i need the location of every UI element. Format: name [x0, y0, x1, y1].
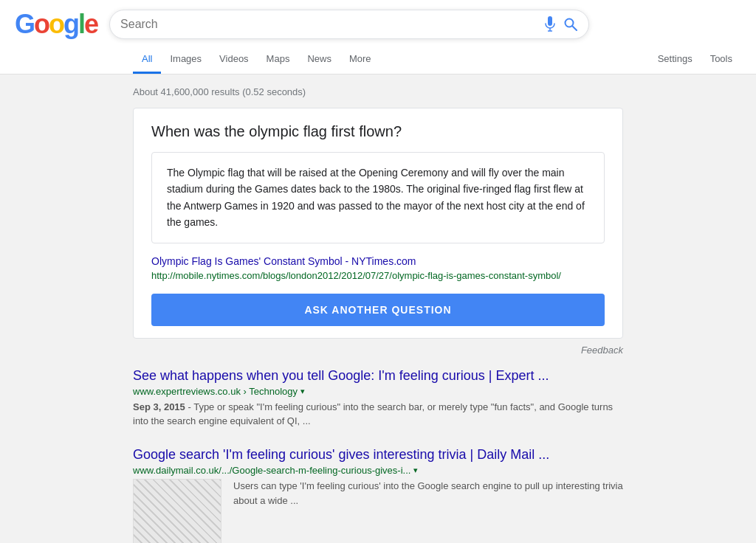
tab-all[interactable]: All: [133, 46, 161, 74]
ask-another-button[interactable]: ASK ANOTHER QUESTION: [151, 294, 605, 326]
result-title[interactable]: See what happens when you tell Google: I…: [133, 367, 623, 384]
svg-rect-0: [548, 16, 552, 26]
result-item: Google search 'I'm feeling curious' give…: [133, 446, 623, 543]
feedback-link[interactable]: Feedback: [133, 345, 623, 356]
search-submit-icon[interactable]: [563, 17, 578, 32]
result-thumbnail: [133, 479, 221, 543]
result-snippet: Sep 3, 2015 - Type or speak "I'm feeling…: [133, 400, 623, 429]
featured-answer-box: The Olympic flag that will be raised at …: [151, 152, 605, 243]
featured-source-link[interactable]: Olympic Flag Is Games' Constant Symbol -…: [151, 255, 605, 267]
result-snippet: Users can type 'I'm feeling curious' int…: [233, 479, 623, 508]
tab-images[interactable]: Images: [161, 46, 210, 74]
featured-source-url[interactable]: http://mobile.nytimes.com/blogs/london20…: [151, 270, 561, 281]
dropdown-arrow-icon[interactable]: ▾: [300, 387, 305, 396]
svg-line-4: [572, 26, 577, 30]
search-input[interactable]: i'm feeling curious: [120, 18, 544, 31]
microphone-icon[interactable]: [544, 16, 556, 32]
nav-tabs: All Images Videos Maps News More Setting…: [133, 46, 741, 74]
result-with-image: Users can type 'I'm feeling curious' int…: [133, 479, 623, 543]
tab-news[interactable]: News: [298, 46, 340, 74]
tab-tools[interactable]: Tools: [701, 46, 741, 74]
result-url-row: www.dailymail.co.uk/.../Google-search-m-…: [133, 465, 623, 476]
google-logo: Google: [15, 9, 97, 40]
header: Google i'm feeling curious: [0, 0, 756, 75]
nav-right: Settings Tools: [649, 46, 741, 74]
featured-snippet: When was the olympic flag first flown? T…: [133, 108, 623, 339]
dropdown-arrow-icon[interactable]: ▾: [413, 466, 418, 475]
search-icons: [544, 16, 578, 32]
snippet-date: Sep 3, 2015: [133, 401, 185, 412]
featured-answer-text: The Olympic flag that will be raised at …: [167, 165, 589, 231]
search-bar: i'm feeling curious: [109, 10, 589, 39]
result-text-col: Users can type 'I'm feeling curious' int…: [233, 479, 623, 543]
result-item: See what happens when you tell Google: I…: [133, 367, 623, 429]
snippet-text: - Type or speak "I'm feeling curious" in…: [133, 401, 613, 427]
result-title[interactable]: Google search 'I'm feeling curious' give…: [133, 446, 623, 463]
featured-question: When was the olympic flag first flown?: [151, 123, 605, 140]
tab-more[interactable]: More: [340, 46, 380, 74]
result-url: www.expertreviews.co.uk › Technology: [133, 386, 298, 397]
result-url: www.dailymail.co.uk/.../Google-search-m-…: [133, 465, 410, 476]
result-url-row: www.expertreviews.co.uk › Technology ▾: [133, 386, 623, 397]
tab-settings[interactable]: Settings: [649, 46, 701, 74]
tab-videos[interactable]: Videos: [210, 46, 258, 74]
main-content: About 41,600,000 results (0.52 seconds) …: [0, 75, 756, 543]
header-top: Google i'm feeling curious: [15, 9, 741, 40]
tab-maps[interactable]: Maps: [258, 46, 299, 74]
results-count: About 41,600,000 results (0.52 seconds): [133, 82, 623, 97]
